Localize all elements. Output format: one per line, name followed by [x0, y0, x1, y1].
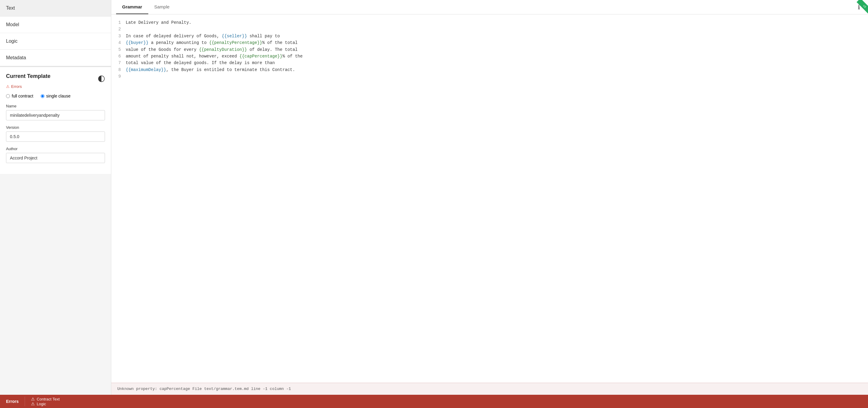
current-template-panel: Current Template ◐ ⚠ Errors full contrac… [0, 66, 111, 174]
line-content [126, 26, 128, 32]
line-number: 4 [116, 39, 121, 46]
errors-label: Errors [11, 84, 22, 89]
author-input[interactable] [6, 153, 105, 163]
code-token: {{capPercentage}} [239, 54, 282, 59]
line-content: Late Delivery and Penalty. [126, 19, 191, 26]
errors-badge: ⚠ Errors [6, 84, 105, 89]
tab-grammar[interactable]: Grammar [116, 0, 148, 14]
sidebar-item-metadata[interactable]: Metadata [0, 50, 111, 66]
code-line-1: 1Late Delivery and Penalty. [116, 19, 863, 26]
code-line-7: 7total value of the delayed goods. If th… [116, 60, 863, 66]
warning-icon: ⚠ [31, 397, 35, 401]
code-editor[interactable]: 1Late Delivery and Penalty.2 3In case of… [111, 14, 868, 383]
template-icon: ◐ [98, 73, 105, 83]
code-token: , the Buyer is entitled to terminate thi… [166, 67, 295, 72]
name-field: Name [6, 104, 105, 120]
code-line-4: 4{{buyer}} a penalty amounting to {{pena… [116, 39, 863, 46]
author-field: Author [6, 147, 105, 163]
sidebar-nav: TextModelLogicMetadata [0, 0, 111, 66]
radio-full-contract[interactable]: full contract [6, 94, 33, 98]
line-content: {{buyer}} a penalty amounting to {{penal… [126, 39, 298, 46]
version-label: Version [6, 125, 105, 130]
sidebar-item-text[interactable]: Text [0, 0, 111, 17]
corner-ribbon-text: v3 [857, 0, 868, 14]
sidebar-item-logic[interactable]: Logic [0, 33, 111, 50]
code-token: % of the total [262, 40, 298, 45]
code-token: % of the [282, 54, 303, 59]
code-token: In case of delayed delivery of Goods, [126, 34, 222, 38]
badge-label: Logic [37, 402, 46, 406]
line-number: 5 [116, 46, 121, 53]
error-triangle-icon: ⚠ [6, 84, 10, 89]
code-line-9: 9 [116, 73, 863, 80]
sidebar: TextModelLogicMetadata Current Template … [0, 0, 111, 395]
version-field: Version [6, 125, 105, 142]
line-content: amount of penalty shall not, however, ex… [126, 53, 303, 60]
badge-label: Contract Text [37, 397, 60, 401]
line-content: total value of the delayed goods. If the… [126, 60, 275, 66]
version-input[interactable] [6, 132, 105, 142]
code-token: amount of penalty shall not, however, ex… [126, 54, 239, 59]
author-label: Author [6, 147, 105, 151]
code-token: a penalty amounting to [149, 40, 209, 45]
radio-full-contract-label: full contract [12, 94, 33, 98]
radio-single-clause-input[interactable] [40, 94, 44, 98]
line-number: 9 [116, 73, 121, 80]
line-content: {{maximumDelay}}, the Buyer is entitled … [126, 66, 295, 73]
line-number: 7 [116, 60, 121, 66]
tabs-bar: GrammarSample ℹ [111, 0, 868, 14]
radio-full-contract-input[interactable] [6, 94, 10, 98]
line-content: value of the Goods for every {{penaltyDu… [126, 46, 298, 53]
error-bar: Unknown property: capPercentage File tex… [111, 383, 868, 395]
code-token: of delay. The total [247, 47, 298, 52]
code-token: {{maximumDelay}} [126, 67, 166, 72]
name-input[interactable] [6, 110, 105, 120]
code-token: value of the Goods for every [126, 47, 199, 52]
line-content: In case of delayed delivery of Goods, {{… [126, 33, 280, 39]
editor-area: GrammarSample ℹ 1Late Delivery and Penal… [111, 0, 868, 395]
code-line-6: 6amount of penalty shall not, however, e… [116, 53, 863, 60]
line-number: 8 [116, 66, 121, 73]
code-token: {{seller}} [222, 34, 247, 38]
error-message: Unknown property: capPercentage File tex… [117, 387, 291, 391]
code-token: {{penaltyDuration}} [199, 47, 247, 52]
warning-icon: ⚠ [31, 401, 35, 406]
code-line-2: 2 [116, 26, 863, 32]
code-line-3: 3In case of delayed delivery of Goods, {… [116, 33, 863, 39]
line-number: 2 [116, 26, 121, 32]
code-token: Late Delivery and Penalty. [126, 20, 191, 25]
corner-ribbon: v3 [850, 0, 868, 18]
radio-single-clause[interactable]: single clause [40, 94, 71, 98]
code-line-8: 8{{maximumDelay}}, the Buyer is entitled… [116, 66, 863, 73]
code-token: {{penaltyPercentage}} [209, 40, 262, 45]
status-bar: Errors ⚠Contract Text⚠Logic [0, 395, 868, 408]
line-number: 3 [116, 33, 121, 39]
code-token: total value of the delayed goods. If the… [126, 60, 275, 65]
status-errors-label: Errors [0, 399, 25, 404]
radio-single-clause-label: single clause [46, 94, 71, 98]
line-number: 1 [116, 19, 121, 26]
current-template-title: Current Template [6, 73, 51, 80]
status-badge-logic[interactable]: ⚠Logic [25, 401, 66, 406]
tab-sample[interactable]: Sample [148, 0, 176, 14]
code-token: {{buyer}} [126, 40, 149, 45]
line-content [126, 73, 128, 80]
name-label: Name [6, 104, 105, 108]
status-badge-contract-text[interactable]: ⚠Contract Text [25, 397, 66, 401]
sidebar-item-model[interactable]: Model [0, 17, 111, 33]
line-number: 6 [116, 53, 121, 60]
code-line-5: 5value of the Goods for every {{penaltyD… [116, 46, 863, 53]
code-token: shall pay to [247, 34, 280, 38]
radio-group: full contract single clause [6, 94, 105, 98]
